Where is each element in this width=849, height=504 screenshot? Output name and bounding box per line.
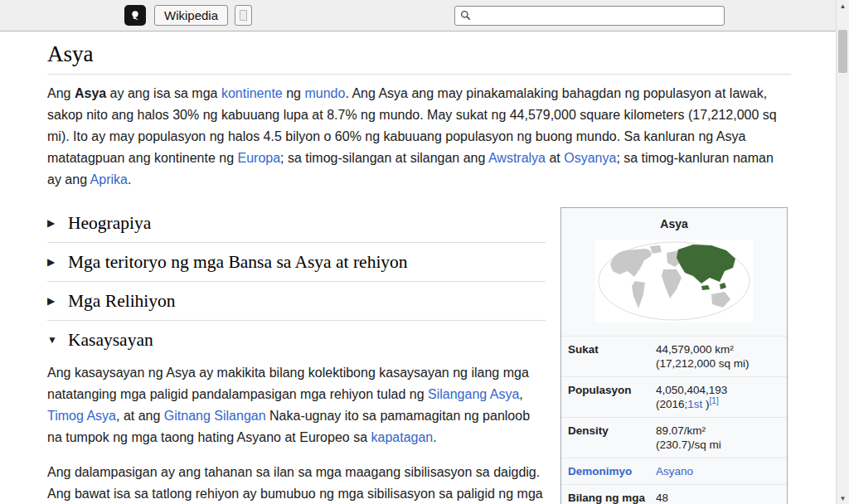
infobox-row-bilang-bansa: Bilang ng mga Bansa 48 <box>561 484 787 504</box>
section-header-heograpiya[interactable]: ▶ Heograpiya <box>47 204 546 243</box>
section-title: Heograpiya <box>68 213 151 234</box>
section-header-teritoryo[interactable]: ▶ Mga teritoryo ng mga Bansa sa Asya at … <box>47 243 546 282</box>
infobox-row-populasyon: Populasyon 4,050,404,193(2016;1st )[1] <box>561 376 787 417</box>
text-link[interactable]: mundo <box>304 86 345 100</box>
infobox: Asya Sukat 44,579,000 km²(17,212,000 sq … <box>560 207 788 504</box>
text-link[interactable]: Timog Asya <box>47 409 116 423</box>
section-title: Mga Relihiyon <box>68 291 176 312</box>
infobox-value: 48 <box>656 491 780 504</box>
text-link[interactable]: Asyano <box>656 465 693 477</box>
random-article-icon <box>240 10 247 21</box>
text-link[interactable]: Osyanya <box>564 151 616 165</box>
article-content: Asya Ang Asya ay ang isa sa mga kontinen… <box>0 32 849 504</box>
search-input[interactable] <box>475 8 719 22</box>
text-link[interactable]: Awstralya <box>488 151 546 165</box>
vertical-scrollbar[interactable]: ▲ ▼ <box>836 0 849 504</box>
random-article-button[interactable] <box>235 5 252 26</box>
infobox-label: Sukat <box>568 342 656 371</box>
kiwix-logo-icon <box>129 9 142 22</box>
scroll-down-arrow-icon[interactable]: ▼ <box>837 492 849 504</box>
chevron-down-icon: ▼ <box>47 334 59 346</box>
text-link[interactable]: 1st <box>687 398 702 410</box>
section-header-relihiyon[interactable]: ▶ Mga Relihiyon <box>47 282 546 321</box>
text-link[interactable]: [1] <box>710 396 719 405</box>
text-link[interactable]: Aprika <box>90 172 128 187</box>
chevron-right-icon: ▶ <box>47 217 59 230</box>
section-title: Mga teritoryo ng mga Bansa sa Asya at re… <box>68 252 408 273</box>
infobox-label: Bilang ng mga Bansa <box>568 491 656 504</box>
infobox-row-demonimyo: Demonimyo Asyano <box>561 458 787 484</box>
text-link[interactable]: kapatagan <box>371 430 434 444</box>
scrollbar-thumb[interactable] <box>838 30 847 73</box>
kiwix-home-button[interactable] <box>124 5 146 26</box>
section-title: Kasaysayan <box>68 330 153 351</box>
top-toolbar: Wikipedia <box>0 0 849 32</box>
chevron-right-icon: ▶ <box>47 295 59 308</box>
infobox-value: 44,579,000 km²(17,212,000 sq mi) <box>656 342 780 371</box>
scroll-up-arrow-icon[interactable]: ▲ <box>837 0 849 12</box>
search-box[interactable] <box>454 6 725 26</box>
text-link[interactable]: Europa <box>238 151 281 165</box>
search-icon <box>460 10 471 21</box>
infobox-value: 4,050,404,193(2016;1st )[1] <box>656 383 780 411</box>
text-link[interactable]: Gitnang Silangan <box>164 409 266 423</box>
wikipedia-library-button[interactable]: Wikipedia <box>154 5 228 26</box>
infobox-title: Asya <box>561 210 787 240</box>
asia-world-map <box>595 240 753 322</box>
wikipedia-label: Wikipedia <box>164 8 218 22</box>
page-title: Asya <box>47 41 791 75</box>
infobox-row-sukat: Sukat 44,579,000 km²(17,212,000 sq mi) <box>561 336 787 376</box>
infobox-row-density: Density 89.07/km²(230.7)/sq mi <box>561 417 787 458</box>
infobox-value: 89.07/km²(230.7)/sq mi <box>656 424 780 452</box>
text-link[interactable]: kontinente <box>221 86 283 100</box>
infobox-label: Populasyon <box>568 383 656 411</box>
text-link[interactable]: Silangang Asya <box>428 387 519 401</box>
intro-paragraph: Ang Asya ay ang isa sa mga kontinente ng… <box>47 83 791 191</box>
infobox-label: Demonimyo <box>568 464 656 478</box>
section-header-kasaysayan[interactable]: ▼ Kasaysayan <box>47 321 546 354</box>
infobox-label: Density <box>568 424 656 452</box>
infobox-value: Asyano <box>656 464 780 478</box>
text-link[interactable]: Demonimyo <box>568 465 632 477</box>
chevron-right-icon: ▶ <box>47 256 59 269</box>
